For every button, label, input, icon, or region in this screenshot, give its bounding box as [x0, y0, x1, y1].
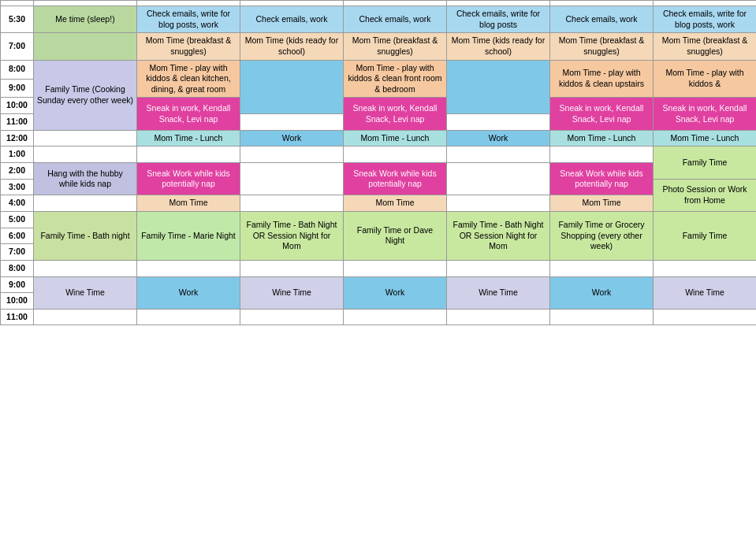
time-cell: 10:00 — [1, 98, 34, 114]
schedule-cell: Family Time or Dave Night — [344, 211, 447, 260]
saturday-header — [654, 1, 757, 6]
schedule-cell — [344, 309, 447, 325]
schedule-cell: Mom Time - play with kiddos & clean kitc… — [137, 60, 240, 98]
schedule-cell: Work — [447, 130, 550, 146]
schedule-cell — [240, 163, 344, 195]
schedule-cell — [240, 146, 344, 163]
schedule-cell: Work — [137, 276, 240, 309]
table-row: 2:00Hang with the hubby while kids napSn… — [1, 163, 757, 180]
time-cell: 6:00 — [1, 228, 34, 244]
table-row: 12:00Mom Time - LunchWorkMom Time - Lunc… — [1, 130, 757, 146]
time-cell: 1:00 — [1, 146, 34, 163]
schedule-cell: Mom Time (breakfast & snuggles) — [137, 33, 240, 60]
time-cell: 8:00 — [1, 60, 34, 79]
thursday-header — [447, 1, 550, 6]
schedule-cell: Sneak Work while kids potentially nap — [550, 163, 654, 195]
schedule-cell — [137, 146, 240, 163]
schedule-table: 5:30Me time (sleep!)Check emails, write … — [0, 0, 756, 325]
schedule-cell: Check emails, write for blog posts — [447, 6, 550, 33]
schedule-cell: Wine Time — [240, 276, 344, 309]
monday-header — [137, 1, 240, 6]
schedule-cell: Mom Time - Lunch — [137, 130, 240, 146]
schedule-cell: Mom Time - play with kiddos & clean fron… — [344, 60, 447, 98]
table-row: 5:00Family Time - Bath nightFamily Time … — [1, 211, 757, 228]
time-cell: 5:00 — [1, 211, 34, 228]
schedule-cell: Family Time — [654, 211, 757, 260]
schedule-cell: Work — [240, 130, 344, 146]
time-cell: 11:00 — [1, 114, 34, 131]
time-cell: 4:00 — [1, 195, 34, 212]
schedule-cell: Mom Time (breakfast & snuggles) — [654, 33, 757, 60]
schedule-cell — [34, 146, 137, 163]
schedule-cell — [34, 195, 137, 212]
schedule-cell: Sneak Work while kids potentially nap — [137, 163, 240, 195]
schedule-cell: Mom Time (kids ready for school) — [447, 33, 550, 60]
time-cell: 8:00 — [1, 260, 34, 276]
table-row: 7:00Mom Time (breakfast & snuggles)Mom T… — [1, 33, 757, 60]
schedule-cell: Sneak in work, Kendall Snack, Levi nap — [550, 98, 654, 130]
schedule-cell: Check emails, work — [240, 6, 344, 33]
table-row: 8:00Family Time (Cooking Sunday every ot… — [1, 60, 757, 79]
schedule-cell: Check emails, work — [550, 6, 654, 33]
time-cell: 7:00 — [1, 33, 34, 60]
schedule-cell — [447, 195, 550, 212]
schedule-cell — [137, 309, 240, 325]
schedule-cell: Sneak in work, Kendall Snack, Levi nap — [344, 98, 447, 130]
time-cell: 2:00 — [1, 163, 34, 180]
schedule-cell — [550, 260, 654, 276]
schedule-cell: Family Time (Cooking Sunday every other … — [34, 60, 137, 130]
schedule-cell: Mom Time (breakfast & snuggles) — [550, 33, 654, 60]
schedule-cell: Photo Session or Work from Home — [654, 179, 757, 211]
schedule-cell: Family Time — [654, 146, 757, 179]
time-cell: 9:00 — [1, 79, 34, 98]
schedule-cell — [34, 260, 137, 276]
schedule-cell: Wine Time — [34, 276, 137, 309]
schedule-cell: Mom Time - play with kiddos & — [654, 60, 757, 98]
tuesday-header — [240, 1, 344, 6]
schedule-cell: Mom Time — [550, 195, 654, 212]
schedule-cell: Sneak Work while kids potentially nap — [344, 163, 447, 195]
time-cell: 11:00 — [1, 309, 34, 325]
time-cell: 9:00 — [1, 276, 34, 293]
schedule-cell: Family Time or Grocery Shopping (every o… — [550, 211, 654, 260]
schedule-cell: Check emails, write for blog posts, work — [137, 6, 240, 33]
schedule-cell: Check emails, work — [344, 6, 447, 33]
schedule-cell — [447, 260, 550, 276]
schedule-cell — [240, 195, 344, 212]
time-cell: 5:30 — [1, 6, 34, 33]
schedule-cell: Hang with the hubby while kids nap — [34, 163, 137, 195]
schedule-cell: Mom Time — [137, 195, 240, 212]
schedule-cell: Work — [344, 276, 447, 309]
schedule-cell: Family Time - Marie Night — [137, 211, 240, 260]
schedule-cell: Mom Time (kids ready for school) — [240, 33, 344, 60]
time-cell: 12:00 — [1, 130, 34, 146]
table-row: 9:00Wine TimeWorkWine TimeWorkWine TimeW… — [1, 276, 757, 293]
time-header — [1, 1, 34, 6]
schedule-cell — [34, 33, 137, 60]
time-cell: 3:00 — [1, 179, 34, 195]
schedule-cell: Sneak in work, Kendall Snack, Levi nap — [654, 98, 757, 130]
schedule-cell — [447, 60, 550, 114]
table-row: 5:30Me time (sleep!)Check emails, write … — [1, 6, 757, 33]
schedule-cell — [240, 309, 344, 325]
schedule-cell — [550, 309, 654, 325]
table-row: 1:00Family Time — [1, 146, 757, 163]
schedule-cell: Mom Time - Lunch — [654, 130, 757, 146]
schedule-cell: Mom Time - Lunch — [550, 130, 654, 146]
schedule-cell — [34, 130, 137, 146]
schedule-cell: Mom Time — [344, 195, 447, 212]
schedule-cell — [654, 260, 757, 276]
schedule-cell — [447, 163, 550, 195]
schedule-cell: Check emails, write for blog posts, work — [654, 6, 757, 33]
schedule-cell: Mom Time - play with kiddos & clean upst… — [550, 60, 654, 98]
schedule-cell — [654, 309, 757, 325]
schedule-cell: Family Time - Bath Night OR Session Nigh… — [447, 211, 550, 260]
schedule-cell: Me time (sleep!) — [34, 6, 137, 33]
table-row: 11:00 — [1, 309, 757, 325]
time-cell: 10:00 — [1, 293, 34, 310]
schedule-cell — [34, 309, 137, 325]
schedule-cell: Wine Time — [654, 276, 757, 309]
schedule-cell — [447, 309, 550, 325]
friday-header — [550, 1, 654, 6]
schedule-cell: Family Time - Bath Night OR Session Nigh… — [240, 211, 344, 260]
